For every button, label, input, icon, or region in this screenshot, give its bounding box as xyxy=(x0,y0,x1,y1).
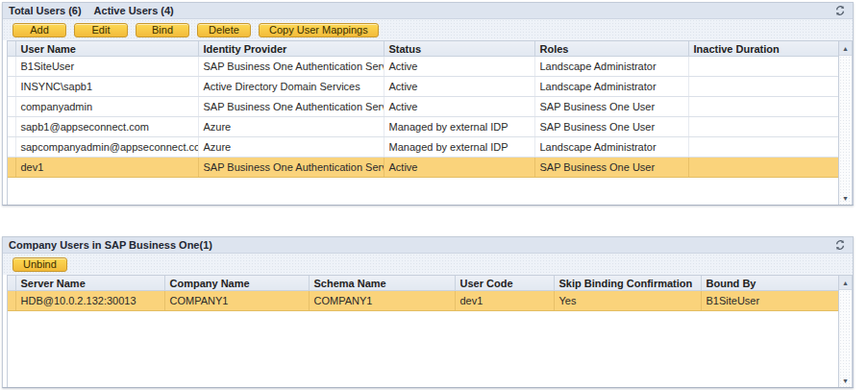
cell: COMPANY1 xyxy=(309,291,455,311)
active-users-title: Active Users (4) xyxy=(94,5,174,16)
column-header-roles[interactable]: Roles xyxy=(534,41,688,57)
cell: Active xyxy=(384,77,534,97)
add-button[interactable]: Add xyxy=(12,23,66,37)
row-selector[interactable] xyxy=(8,137,15,158)
cell: B1SiteUser xyxy=(701,291,839,311)
column-header-server-name[interactable]: Server Name xyxy=(15,276,164,291)
refresh-icon[interactable] xyxy=(833,239,847,252)
column-header-schema-name[interactable]: Schema Name xyxy=(309,276,455,291)
refresh-icon[interactable] xyxy=(833,5,847,17)
cell xyxy=(688,97,839,117)
row-selector[interactable] xyxy=(8,57,15,77)
company-users-table: Server NameCompany NameSchema NameUser C… xyxy=(8,276,839,311)
cell: Azure xyxy=(198,137,384,158)
cell: HDB@10.0.2.132:30013 xyxy=(15,291,164,311)
table-row[interactable]: HDB@10.0.2.132:30013COMPANY1COMPANY1dev1… xyxy=(8,291,839,311)
column-header-status[interactable]: Status xyxy=(384,41,534,57)
row-selector[interactable] xyxy=(8,158,15,178)
cell: Landscape Administrator xyxy=(534,137,688,158)
scroll-up-icon[interactable]: ▲ xyxy=(839,276,852,290)
column-header-identity-provider[interactable]: Identity Provider xyxy=(198,41,384,57)
cell: Landscape Administrator xyxy=(534,57,688,77)
users-table-area: User NameIdentity ProviderStatusRolesIna… xyxy=(7,40,853,205)
users-scrollbar[interactable]: ▲ ▼ xyxy=(838,41,852,205)
scrollbar-track[interactable] xyxy=(839,56,852,191)
cell: dev1 xyxy=(15,158,198,178)
cell: SAP Business One Authentication Server xyxy=(198,158,384,178)
column-header-company-name[interactable]: Company Name xyxy=(164,276,309,291)
cell: Active xyxy=(384,57,534,77)
scroll-down-icon[interactable]: ▼ xyxy=(839,374,852,387)
cell xyxy=(688,57,839,77)
users-panel-titlebar: Total Users (6) Active Users (4) xyxy=(3,3,853,19)
table-row[interactable]: sapb1@appseconnect.comAzureManaged by ex… xyxy=(8,117,839,137)
edit-button[interactable]: Edit xyxy=(74,23,128,37)
users-table: User NameIdentity ProviderStatusRolesIna… xyxy=(8,41,839,178)
cell: dev1 xyxy=(455,291,554,311)
company-scrollbar[interactable]: ▲ ▼ xyxy=(838,276,852,387)
cell: B1SiteUser xyxy=(15,57,198,77)
row-selector-header xyxy=(8,276,15,291)
cell: sapcompanyadmin@appseconnect.com xyxy=(15,137,198,158)
total-users-title: Total Users (6) xyxy=(9,5,82,16)
column-header-inactive-duration[interactable]: Inactive Duration xyxy=(688,41,839,57)
column-header-user-name[interactable]: User Name xyxy=(15,41,198,57)
cell: INSYNC\sapb1 xyxy=(15,77,198,97)
cell: SAP Business One User xyxy=(534,97,688,117)
cell xyxy=(688,117,839,137)
row-selector[interactable] xyxy=(8,291,15,311)
cell: SAP Business One Authentication Server xyxy=(198,57,384,77)
table-row[interactable]: INSYNC\sapb1Active Directory Domain Serv… xyxy=(8,77,839,97)
total-users-panel: Total Users (6) Active Users (4) AddEdit… xyxy=(2,2,854,206)
cell: SAP Business One Authentication Server xyxy=(198,97,384,117)
bind-button[interactable]: Bind xyxy=(136,23,189,37)
table-row[interactable]: B1SiteUserSAP Business One Authenticatio… xyxy=(8,57,839,77)
table-header-row: User NameIdentity ProviderStatusRolesIna… xyxy=(8,41,839,57)
column-header-bound-by[interactable]: Bound By xyxy=(701,276,839,291)
row-selector-header xyxy=(8,41,15,57)
row-selector[interactable] xyxy=(8,117,15,137)
cell: Yes xyxy=(554,291,701,311)
cell: SAP Business One User xyxy=(534,117,688,137)
cell: SAP Business One User xyxy=(534,158,688,178)
delete-button[interactable]: Delete xyxy=(197,23,251,37)
company-panel-titlebar: Company Users in SAP Business One(1) xyxy=(3,237,853,254)
company-toolbar: Unbind xyxy=(3,254,853,275)
table-row[interactable]: dev1SAP Business One Authentication Serv… xyxy=(8,158,839,178)
cell: Landscape Administrator xyxy=(534,77,688,97)
cell: Active xyxy=(384,97,534,117)
company-users-panel: Company Users in SAP Business One(1) Unb… xyxy=(2,236,854,388)
scrollbar-track[interactable] xyxy=(839,290,852,374)
row-selector[interactable] xyxy=(8,77,15,97)
copy-user-mappings-button[interactable]: Copy User Mappings xyxy=(259,23,379,37)
cell: companyadmin xyxy=(15,97,198,117)
cell xyxy=(688,137,839,158)
cell: Azure xyxy=(198,117,384,137)
company-users-title: Company Users in SAP Business One(1) xyxy=(9,239,212,251)
cell: Active Directory Domain Services xyxy=(198,77,384,97)
column-header-skip-binding-confirmation[interactable]: Skip Binding Confirmation xyxy=(554,276,701,291)
cell: Managed by external IDP xyxy=(384,117,534,137)
cell: Managed by external IDP xyxy=(384,137,534,158)
table-row[interactable]: sapcompanyadmin@appseconnect.comAzureMan… xyxy=(8,137,839,158)
scroll-up-icon[interactable]: ▲ xyxy=(839,41,852,56)
row-selector[interactable] xyxy=(8,97,15,117)
company-table-area: Server NameCompany NameSchema NameUser C… xyxy=(7,275,853,387)
cell: COMPANY1 xyxy=(164,291,309,311)
scroll-down-icon[interactable]: ▼ xyxy=(839,191,852,205)
column-header-user-code[interactable]: User Code xyxy=(455,276,554,291)
unbind-button[interactable]: Unbind xyxy=(12,257,67,272)
table-header-row: Server NameCompany NameSchema NameUser C… xyxy=(8,276,839,291)
cell: sapb1@appseconnect.com xyxy=(15,117,198,137)
cell: Active xyxy=(384,158,534,178)
cell xyxy=(688,158,839,178)
users-toolbar: AddEditBindDeleteCopy User Mappings xyxy=(3,19,853,40)
table-row[interactable]: companyadminSAP Business One Authenticat… xyxy=(8,97,839,117)
cell xyxy=(688,77,839,97)
